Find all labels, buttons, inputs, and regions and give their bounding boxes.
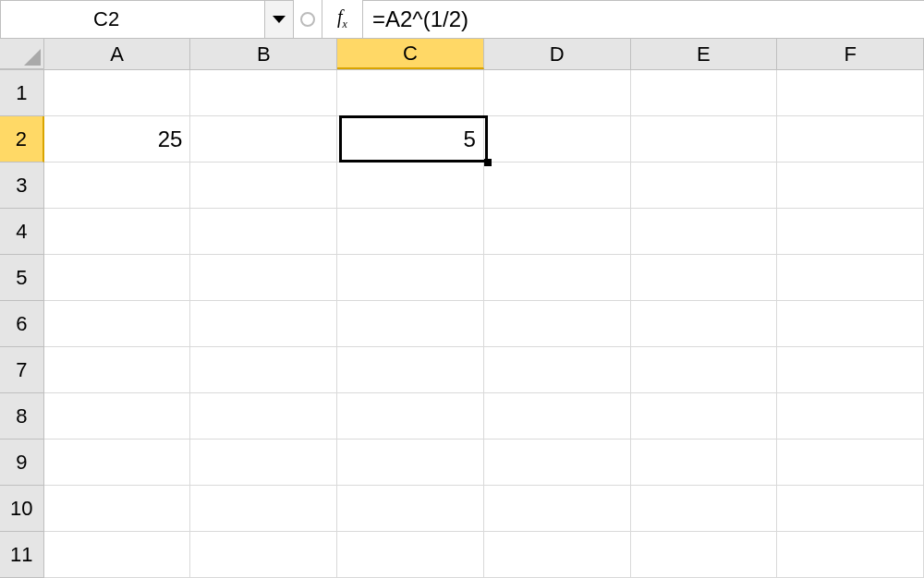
cell-A8[interactable]	[44, 393, 191, 440]
cell-E1[interactable]	[631, 70, 778, 116]
cell-D9[interactable]	[484, 440, 631, 486]
col-head-F[interactable]: F	[777, 39, 924, 69]
cell-D10[interactable]	[484, 486, 631, 532]
name-box[interactable]: C2	[1, 1, 265, 38]
grid: 1 2 25 5 3 4	[0, 70, 924, 578]
cell-E5[interactable]	[631, 255, 778, 301]
cell-C4[interactable]	[337, 209, 484, 255]
cell-F1[interactable]	[777, 70, 924, 116]
row-9: 9	[0, 440, 924, 486]
cell-C10[interactable]	[337, 486, 484, 532]
cell-E2[interactable]	[631, 116, 778, 163]
cell-F10[interactable]	[777, 486, 924, 532]
row-head-11[interactable]: 11	[0, 532, 44, 578]
name-box-wrap: C2	[0, 0, 294, 38]
row-head-3[interactable]: 3	[0, 163, 44, 209]
row-head-7[interactable]: 7	[0, 347, 44, 393]
cell-D7[interactable]	[484, 347, 631, 393]
cell-E7[interactable]	[631, 347, 778, 393]
cell-A9[interactable]	[44, 440, 191, 486]
circle-icon	[299, 11, 316, 28]
row-1: 1	[0, 70, 924, 116]
cell-A4[interactable]	[44, 209, 191, 255]
formula-bar: C2 fx =A2^(1/2)	[0, 0, 924, 39]
cell-C3[interactable]	[337, 163, 484, 209]
cell-C2[interactable]: 5	[337, 116, 484, 163]
cell-B3[interactable]	[190, 163, 337, 209]
cell-D11[interactable]	[484, 532, 631, 578]
cell-F5[interactable]	[777, 255, 924, 301]
cell-A7[interactable]	[44, 347, 191, 393]
cell-E11[interactable]	[631, 532, 778, 578]
cell-A2[interactable]: 25	[44, 116, 191, 163]
row-head-5[interactable]: 5	[0, 255, 44, 301]
cell-D8[interactable]	[484, 393, 631, 440]
cell-D4[interactable]	[484, 209, 631, 255]
cell-D3[interactable]	[484, 163, 631, 209]
cell-B2[interactable]	[190, 116, 337, 163]
cell-D2[interactable]	[484, 116, 631, 163]
row-head-6[interactable]: 6	[0, 301, 44, 347]
row-head-9[interactable]: 9	[0, 440, 44, 486]
cell-E9[interactable]	[631, 440, 778, 486]
cell-F2[interactable]	[777, 116, 924, 163]
cell-B7[interactable]	[190, 347, 337, 393]
row-head-2[interactable]: 2	[0, 116, 44, 163]
cell-B9[interactable]	[190, 440, 337, 486]
cell-F11[interactable]	[777, 532, 924, 578]
select-all-corner[interactable]	[0, 39, 44, 69]
cell-F9[interactable]	[777, 440, 924, 486]
col-head-B[interactable]: B	[190, 39, 337, 69]
cell-D6[interactable]	[484, 301, 631, 347]
cell-F6[interactable]	[777, 301, 924, 347]
svg-point-1	[301, 13, 314, 26]
cell-A1[interactable]	[44, 70, 191, 116]
cell-C1[interactable]	[337, 70, 484, 116]
cell-C11[interactable]	[337, 532, 484, 578]
formula-input[interactable]: =A2^(1/2)	[362, 0, 924, 38]
row-head-10[interactable]: 10	[0, 486, 44, 532]
cell-E10[interactable]	[631, 486, 778, 532]
cell-A10[interactable]	[44, 486, 191, 532]
cell-A11[interactable]	[44, 532, 191, 578]
cell-D1[interactable]	[484, 70, 631, 116]
cell-B4[interactable]	[190, 209, 337, 255]
col-head-D[interactable]: D	[484, 39, 631, 69]
cell-F4[interactable]	[777, 209, 924, 255]
cell-B6[interactable]	[190, 301, 337, 347]
row-2: 2 25 5	[0, 116, 924, 163]
col-head-E[interactable]: E	[631, 39, 778, 69]
cell-C9[interactable]	[337, 440, 484, 486]
cancel-button[interactable]	[294, 0, 322, 38]
cell-C5[interactable]	[337, 255, 484, 301]
cell-F7[interactable]	[777, 347, 924, 393]
name-box-dropdown[interactable]	[265, 1, 293, 38]
cell-B5[interactable]	[190, 255, 337, 301]
cell-E6[interactable]	[631, 301, 778, 347]
cell-E3[interactable]	[631, 163, 778, 209]
cell-B1[interactable]	[190, 70, 337, 116]
cell-B8[interactable]	[190, 393, 337, 440]
row-3: 3	[0, 163, 924, 209]
cell-F3[interactable]	[777, 163, 924, 209]
row-10: 10	[0, 486, 924, 532]
cell-A3[interactable]	[44, 163, 191, 209]
fx-button[interactable]: fx	[322, 0, 362, 38]
cell-A5[interactable]	[44, 255, 191, 301]
cell-C7[interactable]	[337, 347, 484, 393]
cell-C6[interactable]	[337, 301, 484, 347]
row-5: 5	[0, 255, 924, 301]
cell-B10[interactable]	[190, 486, 337, 532]
row-head-8[interactable]: 8	[0, 393, 44, 440]
cell-A6[interactable]	[44, 301, 191, 347]
cell-B11[interactable]	[190, 532, 337, 578]
col-head-C[interactable]: C	[337, 39, 484, 69]
row-head-1[interactable]: 1	[0, 70, 44, 116]
col-head-A[interactable]: A	[44, 39, 191, 69]
cell-C8[interactable]	[337, 393, 484, 440]
row-head-4[interactable]: 4	[0, 209, 44, 255]
cell-F8[interactable]	[777, 393, 924, 440]
cell-E4[interactable]	[631, 209, 778, 255]
cell-E8[interactable]	[631, 393, 778, 440]
cell-D5[interactable]	[484, 255, 631, 301]
